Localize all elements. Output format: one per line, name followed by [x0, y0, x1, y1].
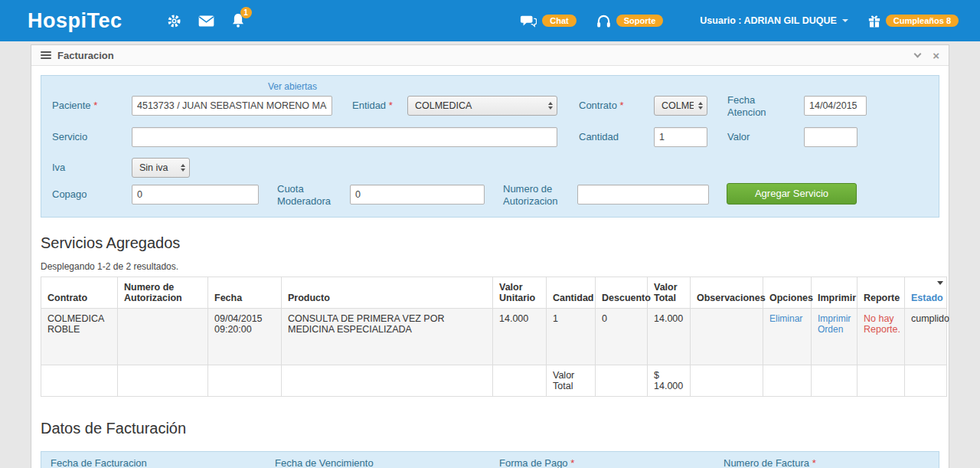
close-panel-icon[interactable]: × [933, 50, 939, 61]
agregar-servicio-button[interactable]: Agregar Servicio [727, 183, 857, 205]
iva-select[interactable]: Sin iva [132, 158, 190, 178]
entidad-label: Entidad * [352, 100, 393, 112]
cantidad-input[interactable] [654, 127, 707, 147]
user-label: Usuario : ADRIAN GIL DUQUE [700, 15, 837, 26]
birthday-badge: Cumpleaños 8 [886, 15, 959, 27]
valor-label: Valor [727, 131, 750, 143]
cell-descuento: 0 [596, 309, 648, 365]
cell-opciones: Eliminar [763, 309, 812, 365]
chat-icon [520, 15, 537, 28]
billing-col-fecha-facturacion: Fecha de Facturacion [41, 452, 266, 468]
support-badge: Soporte [616, 15, 664, 27]
table-header-row: Contrato Numero de Autorizacion Fecha Pr… [41, 277, 947, 309]
settings-button[interactable] [167, 14, 181, 28]
cell-contrato: COLMEDICA ROBLE [41, 309, 118, 365]
col-producto: Producto [282, 277, 493, 309]
headphones-icon [596, 15, 611, 28]
ver-abiertas-link[interactable]: Ver abiertas [268, 81, 317, 92]
cell-imprimir: Imprimir Orden [812, 309, 858, 365]
numero-autorizacion-label: Numero de Autorizacion [503, 183, 580, 208]
billing-header-row: Fecha de Facturacion Fecha de Vencimient… [41, 451, 939, 468]
cell-numero-autorizacion [118, 309, 208, 365]
gear-icon [167, 14, 181, 28]
chevron-down-icon [842, 19, 848, 22]
table-row: COLMEDICA ROBLE 09/04/2015 09:20:00 CONS… [41, 309, 947, 365]
col-valor-unitario: Valor Unitario [493, 277, 547, 309]
cuota-moderadora-input[interactable] [350, 185, 485, 205]
cell-estado: cumplido [905, 309, 947, 365]
support-button[interactable]: Soporte [596, 15, 664, 28]
paciente-label: Paciente * [52, 100, 97, 112]
col-estado-sortable[interactable]: Estado [905, 277, 947, 309]
fecha-atencion-input[interactable] [804, 96, 867, 116]
header-right: Chat Soporte Usuario : ADRIAN GIL DUQUE … [500, 15, 959, 28]
chat-badge: Chat [542, 15, 576, 27]
servicio-input[interactable] [132, 127, 557, 147]
cell-cantidad: 1 [547, 309, 596, 365]
app-logo: HospiTec [28, 9, 122, 33]
valor-input[interactable] [804, 127, 858, 147]
cell-observaciones [691, 309, 763, 365]
cell-producto: CONSULTA DE PRIMERA VEZ POR MEDICINA ESP… [282, 309, 493, 365]
billing-col-fecha-vencimiento: Fecha de Vencimiento [266, 452, 490, 468]
notifications-button[interactable]: 1 [231, 13, 245, 28]
facturacion-panel: Facturacion × Ver abiertas Paciente * En… [31, 44, 949, 468]
menu-icon [41, 51, 51, 60]
sort-caret-icon [937, 281, 943, 285]
panel-titlebar: Facturacion × [31, 45, 949, 66]
contrato-label: Contrato * [579, 100, 624, 112]
servicios-agregados-heading: Servicios Agregados [41, 234, 939, 252]
gift-icon [868, 15, 880, 28]
copago-label: Copago [52, 188, 87, 201]
birthdays-button[interactable]: Cumpleaños 8 [868, 15, 959, 28]
col-contrato: Contrato [41, 277, 118, 309]
main-area: Facturacion × Ver abiertas Paciente * En… [0, 41, 980, 468]
col-opciones: Opciones [763, 277, 812, 309]
results-summary: Desplegando 1-2 de 2 resultados. [41, 261, 939, 272]
panel-title: Facturacion [57, 50, 114, 61]
totals-label: Valor Total [547, 365, 596, 397]
cell-valor-total: 14.000 [648, 309, 691, 365]
copago-input[interactable] [132, 185, 259, 205]
select-stepper-icon [181, 164, 185, 172]
panel-body: Ver abiertas Paciente * Entidad * COLMED… [31, 66, 949, 468]
chat-button[interactable]: Chat [520, 15, 576, 28]
col-reporte: Reporte [858, 277, 905, 309]
facturacion-form: Ver abiertas Paciente * Entidad * COLMED… [41, 75, 939, 218]
notification-count-badge: 1 [240, 7, 252, 18]
services-table: Contrato Numero de Autorizacion Fecha Pr… [41, 277, 947, 397]
col-cantidad: Cantidad [547, 277, 596, 309]
user-menu[interactable]: Usuario : ADRIAN GIL DUQUE [700, 15, 848, 26]
contrato-select[interactable]: COLME [654, 96, 707, 116]
col-numero-autorizacion: Numero de Autorizacion [118, 277, 208, 309]
totals-value: $ 14.000 [648, 365, 691, 397]
header-icon-group: 1 [167, 13, 262, 28]
col-imprimir: Imprimir [812, 277, 858, 309]
cantidad-label: Cantidad [579, 131, 619, 143]
envelope-icon [198, 15, 214, 27]
fecha-atencion-label: Fecha Atencion [727, 94, 789, 119]
entidad-select[interactable]: COLMEDICA [407, 96, 557, 116]
col-valor-total: Valor Total [648, 277, 691, 309]
top-header: HospiTec 1 [0, 0, 980, 41]
messages-button[interactable] [198, 15, 214, 27]
iva-label: Iva [52, 162, 65, 174]
totals-row: Valor Total $ 14.000 [41, 365, 947, 397]
select-stepper-icon [698, 102, 703, 110]
imprimir-orden-link[interactable]: Imprimir Orden [818, 313, 851, 335]
col-observaciones: Observaciones [691, 277, 763, 309]
servicio-label: Servicio [52, 131, 87, 143]
numero-autorizacion-input[interactable] [577, 185, 709, 205]
cell-valor-unitario: 14.000 [493, 309, 547, 365]
billing-col-numero-factura: Numero de Factura * [714, 452, 939, 468]
eliminar-link[interactable]: Eliminar [769, 313, 802, 324]
collapse-panel-icon[interactable] [914, 50, 922, 57]
panel-tools: × [915, 50, 939, 61]
datos-facturacion-heading: Datos de Facturación [41, 420, 939, 437]
select-stepper-icon [548, 102, 553, 110]
cuota-moderadora-label: Cuota Moderadora [277, 183, 350, 208]
paciente-input[interactable] [132, 96, 332, 116]
cell-reporte: No hay Reporte. [858, 309, 905, 365]
billing-col-forma-pago: Forma de Pago * [490, 452, 714, 468]
col-descuento: Descuento [596, 277, 648, 309]
